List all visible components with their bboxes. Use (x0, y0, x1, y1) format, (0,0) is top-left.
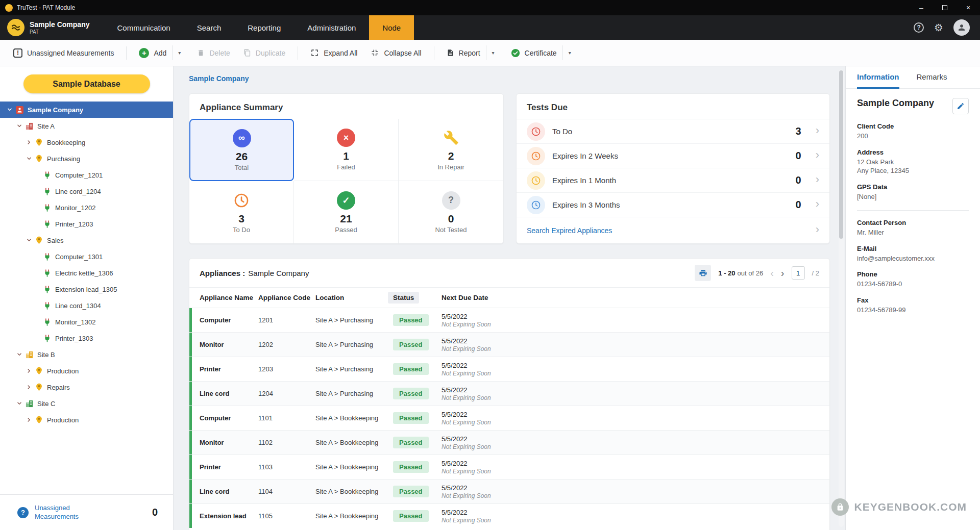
settings-gear-icon[interactable]: ⚙ (934, 22, 943, 33)
tree-item-line-cord-1304[interactable]: Line cord_1304 (0, 297, 173, 314)
appliance-row[interactable]: Printer 1103 Site A > Bookkeeping Passed… (189, 455, 829, 479)
tree-item-purchasing[interactable]: Purchasing (0, 150, 173, 167)
maximize-button[interactable] (933, 0, 957, 15)
tree-item-production[interactable]: Production (0, 363, 173, 379)
tree-item-sales[interactable]: Sales (0, 232, 173, 248)
expander-icon[interactable] (16, 401, 23, 406)
column-header-location[interactable]: Location (315, 294, 393, 301)
nav-item-communication[interactable]: Communication (104, 15, 183, 40)
nav-item-search[interactable]: Search (184, 15, 235, 40)
nav-item-reporting[interactable]: Reporting (234, 15, 294, 40)
chevron-right-icon: › (816, 174, 819, 185)
expander-icon[interactable] (16, 123, 23, 129)
tree-item-site-b[interactable]: Site B (0, 346, 173, 363)
add-dropdown-caret[interactable]: ▾ (172, 45, 184, 60)
nav-item-administration[interactable]: Administration (294, 15, 369, 40)
duplicate-button[interactable]: Duplicate (238, 49, 290, 57)
toolbar-unassigned-measurements[interactable]: ! Unassigned Measurements (8, 48, 119, 58)
tests-due-row-expires-in-3-months[interactable]: Expires In 3 Months 0 › (517, 192, 829, 217)
summary-tile-to-do[interactable]: 3 To Do (189, 181, 294, 243)
expander-icon[interactable] (26, 368, 33, 373)
main-scrollbar-thumb[interactable] (839, 70, 843, 239)
tile-label: Not Tested (435, 226, 467, 234)
tree-item-production[interactable]: Production (0, 412, 173, 428)
expander-icon[interactable] (26, 417, 33, 422)
window-title: TruTest - PAT Module (17, 4, 75, 11)
window-titlebar: TruTest - PAT Module – × (0, 0, 980, 15)
appliance-row[interactable]: Computer 1101 Site A > Bookkeeping Passe… (189, 406, 829, 430)
appliances-card: Appliances : Sample Company 1 - 20out of… (189, 258, 830, 530)
certificate-button[interactable]: Certificate ▾ (506, 45, 579, 60)
page-input[interactable] (792, 266, 805, 280)
tests-due-row-expires-in-2-weeks[interactable]: Expires In 2 Weeks 0 › (517, 143, 829, 168)
user-avatar[interactable] (953, 19, 970, 36)
tree-item-printer-1303[interactable]: Printer_1303 (0, 330, 173, 346)
column-header-appliance-name[interactable]: Appliance Name (200, 294, 258, 301)
column-header-status[interactable]: Status (393, 294, 442, 301)
tree-item-extension-lead-1305[interactable]: Extension lead_1305 (0, 281, 173, 297)
tree-item-computer-1301[interactable]: Computer_1301 (0, 248, 173, 265)
expander-icon[interactable] (26, 140, 33, 145)
sample-database-button[interactable]: Sample Database (23, 74, 150, 93)
expander-icon[interactable] (26, 385, 33, 390)
field-fax: Fax 01234-56789-99 (857, 296, 969, 315)
search-expired-link[interactable]: Search Expired Appliances › (517, 217, 829, 243)
nav-item-node[interactable]: Node (369, 15, 414, 40)
panel-tab-information[interactable]: Information (857, 66, 899, 89)
tree-item-site-a[interactable]: Site A (0, 118, 173, 134)
help-icon[interactable]: ? (914, 22, 924, 33)
tests-due-row-expires-in-1-month[interactable]: Expires In 1 Month 0 › (517, 168, 829, 192)
tree-node-icon (24, 122, 34, 130)
close-button[interactable]: × (957, 0, 980, 15)
minimize-button[interactable]: – (910, 0, 933, 15)
expand-all-button[interactable]: Expand All (305, 48, 362, 57)
tree-item-bookkeeping[interactable]: Bookkeeping (0, 134, 173, 150)
summary-tile-total[interactable]: ∞ 26 Total (189, 119, 294, 181)
field-e-mail: E-Mail info@samplecustomer.xxx (857, 245, 969, 263)
tests-due-row-to-do[interactable]: To Do 3 › (517, 119, 829, 143)
tree-item-electric-kettle-1306[interactable]: Electric kettle_1306 (0, 265, 173, 281)
appliance-row[interactable]: Line cord 1104 Site A > Bookkeeping Pass… (189, 479, 829, 503)
next-page-icon[interactable]: › (781, 268, 785, 278)
test-clock-icon (527, 122, 545, 141)
delete-button[interactable]: Delete (192, 49, 235, 57)
appliance-row[interactable]: Line cord 1204 Site A > Purchasing Passe… (189, 381, 829, 406)
summary-tile-in-repair[interactable]: 2 In Repair (399, 119, 503, 181)
summary-tile-not-tested[interactable]: ? 0 Not Tested (399, 181, 503, 243)
breadcrumb[interactable]: Sample Company (189, 74, 830, 85)
certificate-dropdown-caret[interactable]: ▾ (562, 45, 574, 60)
tree-item-monitor-1202[interactable]: Monitor_1202 (0, 199, 173, 216)
field-gps-data: GPS Data [None] (857, 183, 969, 201)
appliance-row[interactable]: Printer 1203 Site A > Purchasing Passed … (189, 357, 829, 381)
tree-item-sample-company[interactable]: Sample Company (0, 102, 173, 118)
print-button[interactable] (695, 265, 711, 281)
appliance-row[interactable]: Computer 1201 Site A > Purchasing Passed… (189, 308, 829, 332)
tree-item-printer-1203[interactable]: Printer_1203 (0, 216, 173, 232)
appliance-row[interactable]: Monitor 1202 Site A > Purchasing Passed … (189, 332, 829, 357)
expander-icon[interactable] (16, 352, 23, 357)
panel-tab-remarks[interactable]: Remarks (917, 66, 947, 89)
report-button[interactable]: Report ▾ (442, 45, 503, 60)
tree-item-site-c[interactable]: Site C (0, 395, 173, 412)
expander-icon[interactable] (6, 107, 13, 112)
collapse-all-button[interactable]: Collapse All (365, 48, 426, 57)
column-header-appliance-code[interactable]: Appliance Code (258, 294, 315, 301)
add-button[interactable]: + Add ▾ (134, 45, 189, 60)
appliance-row[interactable]: Monitor 1102 Site A > Bookkeeping Passed… (189, 430, 829, 455)
report-dropdown-caret[interactable]: ▾ (486, 45, 498, 60)
column-header-next-due-date[interactable]: Next Due Date (442, 294, 829, 301)
tree-item-monitor-1302[interactable]: Monitor_1302 (0, 314, 173, 330)
tree-item-repairs[interactable]: Repairs (0, 379, 173, 395)
edit-button[interactable] (952, 98, 969, 114)
expander-icon[interactable] (26, 156, 33, 161)
unassigned-measurements-footer[interactable]: ? Unassigned Measurements 0 (0, 494, 173, 530)
tree-item-line-cord-1204[interactable]: Line cord_1204 (0, 183, 173, 199)
tree-item-computer-1201[interactable]: Computer_1201 (0, 167, 173, 183)
appliance-row[interactable]: Extension lead 1105 Site A > Bookkeeping… (189, 503, 829, 528)
tree-node-icon (34, 155, 43, 163)
summary-tile-failed[interactable]: × 1 Failed (294, 119, 399, 181)
prev-page-icon[interactable]: ‹ (770, 268, 774, 278)
status-badge: Passed (393, 388, 429, 399)
expander-icon[interactable] (26, 238, 33, 243)
summary-tile-passed[interactable]: ✓ 21 Passed (294, 181, 399, 243)
